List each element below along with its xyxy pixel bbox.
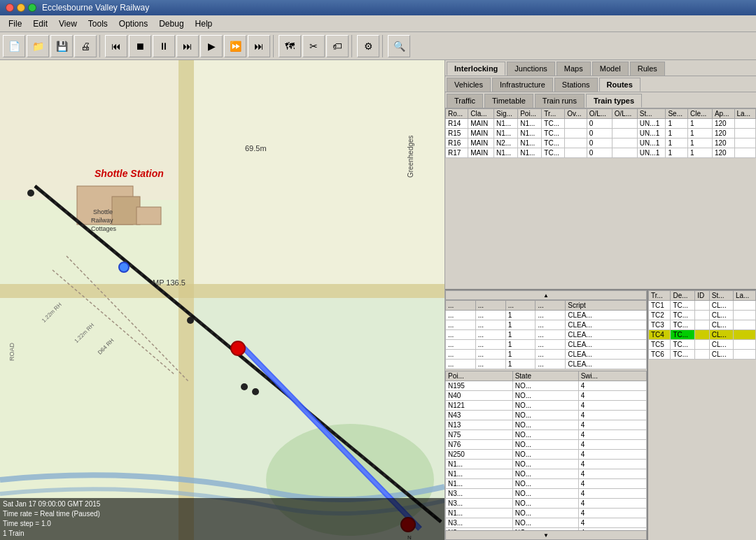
toolbar: 📄 📁 💾 🖨 ⏮ ⏹ ⏸ ⏭ ▶ ⏩ ⏭ 🗺 ✂ 🏷 ⚙ 🔍 (0, 32, 756, 60)
tab-interlocking[interactable]: Interlocking (447, 62, 505, 76)
svg-text:69.5m: 69.5m (245, 144, 267, 152)
list-item[interactable]: ......1...CLEA... (446, 360, 647, 369)
close-button[interactable] (6, 3, 14, 12)
tab-train-runs[interactable]: Train runs (535, 94, 584, 108)
list-item[interactable]: N1...NO...4 (446, 460, 647, 469)
tab-traffic[interactable]: Traffic (447, 94, 483, 108)
tab-rules[interactable]: Rules (630, 62, 665, 76)
tab-stations[interactable]: Stations (554, 78, 598, 92)
list-item[interactable]: N3...NO...4 (446, 518, 647, 528)
tab-infrastructure[interactable]: Infrastructure (492, 78, 553, 92)
tab-junctions[interactable]: Junctions (507, 62, 554, 76)
routes-tbody: R14MAINN1...N1...TC...0UN...111120 R15MA… (446, 119, 756, 158)
tab-train-types[interactable]: Train types (586, 94, 642, 108)
scroll-up-btn[interactable]: ▲ (445, 290, 647, 300)
toolbar-stop[interactable]: ⏹ (129, 35, 151, 57)
list-item[interactable]: ......1...CLEA... (446, 350, 647, 360)
minimize-button[interactable] (17, 3, 25, 12)
list-item[interactable]: N40NO...4 (446, 391, 647, 401)
main-content: Shottle Station Shottle Railway Cottages… (0, 60, 756, 540)
tab-vehicles[interactable]: Vehicles (447, 78, 491, 92)
menu-options[interactable]: Options (113, 17, 153, 30)
middle-tabs: Vehicles Infrastructure Stations Routes (445, 76, 756, 92)
toolbar-fast[interactable]: ⏩ (224, 35, 246, 57)
toolbar-rewind[interactable]: ⏮ (105, 35, 127, 57)
tab-maps[interactable]: Maps (556, 62, 591, 76)
svg-text:ROAD: ROAD (8, 342, 15, 361)
toolbar-print[interactable]: 🖨 (74, 35, 97, 57)
toolbar-sep4 (382, 35, 385, 57)
list-item-tc4[interactable]: TC4TC...CL... (649, 330, 756, 340)
menu-tools[interactable]: Tools (83, 17, 113, 30)
menu-edit[interactable]: Edit (27, 17, 53, 30)
svg-rect-10 (136, 207, 161, 225)
map-area[interactable]: Shottle Station Shottle Railway Cottages… (0, 60, 444, 540)
table-row[interactable]: R16MAINN2...N1...TC...0UN...111120 (446, 138, 756, 148)
col-signal: Sig... (493, 109, 517, 119)
bottom-left-table: ... ... ... ... Script ......1...CLEA...… (445, 300, 647, 369)
tab-timetable[interactable]: Timetable (484, 94, 533, 108)
table-row[interactable]: R15MAINN1...N1...TC...0UN...111120 (446, 129, 756, 138)
tab-model[interactable]: Model (592, 62, 629, 76)
status-line4: 1 Train (3, 529, 442, 539)
list-item[interactable]: N75NO...4 (446, 430, 647, 440)
statusbar: Sat Jan 17 09:00:00 GMT 2015 Time rate =… (0, 498, 444, 540)
toolbar-end[interactable]: ⏭ (248, 35, 270, 57)
tcr-col-st: St... (709, 291, 733, 301)
menu-file[interactable]: File (3, 17, 27, 30)
tcr-col-id: ID (695, 291, 710, 301)
bottom-left-scroll: ... ... ... ... Script ......1...CLEA...… (445, 300, 647, 530)
toolbar-save[interactable]: 💾 (50, 35, 73, 57)
status-line3: Time step = 1.0 (3, 519, 442, 529)
svg-point-26 (241, 383, 248, 390)
list-item[interactable]: N250NO...4 (446, 450, 647, 460)
toolbar-new[interactable]: 📄 (3, 35, 25, 57)
list-item[interactable]: N1...NO...4 (446, 469, 647, 479)
col-sec: Se... (666, 109, 688, 119)
table-row[interactable]: R14MAINN1...N1...TC...0UN...111120 (446, 119, 756, 129)
list-item[interactable]: N1...NO...4 (446, 479, 647, 489)
list-item[interactable]: N13NO...4 (446, 420, 647, 430)
toolbar-label[interactable]: 🏷 (326, 35, 349, 57)
list-item[interactable]: N76NO...4 (446, 440, 647, 450)
list-item[interactable]: N3...NO...4 (446, 489, 647, 499)
window-controls[interactable] (6, 3, 36, 12)
tc-right-tbody: TC1TC...CL... TC2TC...CL... TC3TC...CL..… (649, 301, 756, 360)
list-item[interactable]: TC2TC...CL... (649, 311, 756, 320)
list-item[interactable]: ......1...CLEA... (446, 311, 647, 320)
menu-view[interactable]: View (53, 17, 83, 30)
list-item[interactable]: TC6TC...CL... (649, 350, 756, 360)
svg-rect-3 (0, 60, 178, 200)
toolbar-find[interactable]: 🔍 (388, 35, 410, 57)
window-title: Ecclesbourne Valley Railway (42, 3, 149, 13)
toolbar-play[interactable]: ▶ (200, 35, 223, 57)
toolbar-map[interactable]: 🗺 (279, 35, 301, 57)
toolbar-step[interactable]: ⏭ (176, 35, 199, 57)
scroll-down-btn[interactable]: ▼ (445, 530, 647, 540)
menu-help[interactable]: Help (190, 17, 218, 30)
list-item[interactable]: N195NO...4 (446, 381, 647, 391)
toolbar-open[interactable]: 📁 (27, 35, 49, 57)
col-state: St... (637, 109, 666, 119)
toolbar-pause[interactable]: ⏸ (153, 35, 175, 57)
list-item[interactable]: ......1...CLEA... (446, 340, 647, 350)
list-item[interactable]: TC5TC...CL... (649, 340, 756, 350)
list-item[interactable]: ......1...CLEA... (446, 320, 647, 330)
list-item[interactable]: N43NO...4 (446, 411, 647, 420)
tc-state-col: State (512, 371, 578, 381)
list-item[interactable]: N121NO...4 (446, 401, 647, 411)
list-item[interactable]: N1...NO...4 (446, 509, 647, 518)
list-item[interactable]: TC1TC...CL... (649, 301, 756, 311)
tab-routes[interactable]: Routes (599, 78, 640, 92)
list-item[interactable]: TC3TC...CL... (649, 320, 756, 330)
svg-text:Cottages: Cottages (91, 225, 117, 232)
list-item[interactable]: N3...NO...4 (446, 499, 647, 509)
maximize-button[interactable] (28, 3, 36, 12)
toolbar-settings[interactable]: ⚙ (357, 35, 379, 57)
list-item[interactable]: ......1...CLEA... (446, 330, 647, 340)
svg-point-25 (187, 317, 194, 324)
tcr-col-tr: Tr... (649, 291, 671, 301)
menu-debug[interactable]: Debug (153, 17, 189, 30)
table-row[interactable]: R17MAINN1...N1...TC...0UN...111120 (446, 148, 756, 158)
toolbar-cut[interactable]: ✂ (302, 35, 325, 57)
